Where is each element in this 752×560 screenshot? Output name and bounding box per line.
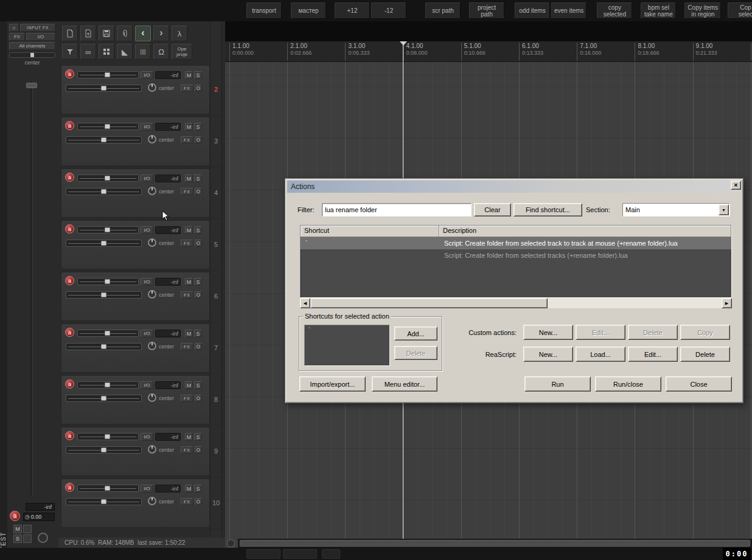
mute-button[interactable]: M bbox=[185, 433, 193, 441]
menu-editor-button[interactable]: Menu editor... bbox=[372, 376, 437, 392]
track-panel[interactable]: a I/O -inf M S center FX bbox=[61, 427, 210, 476]
mute-button[interactable]: M bbox=[185, 381, 193, 389]
pan-fader[interactable] bbox=[66, 240, 142, 247]
fader-handle[interactable] bbox=[105, 382, 110, 387]
toolbar-button[interactable]: copy selected bbox=[597, 2, 632, 19]
pan-knob[interactable] bbox=[148, 187, 156, 195]
fx-bypass-button[interactable] bbox=[195, 498, 202, 505]
action-row[interactable]: Script: Create folder from selected trac… bbox=[301, 249, 731, 261]
pan-knob[interactable] bbox=[148, 497, 156, 505]
volume-fader[interactable] bbox=[77, 123, 139, 130]
master-io-button[interactable]: I/O bbox=[26, 33, 55, 41]
clear-button[interactable]: Clear bbox=[474, 203, 511, 216]
shortcut-item[interactable]: ` bbox=[305, 325, 389, 334]
io-button[interactable]: I/O bbox=[141, 175, 153, 182]
record-arm-button[interactable]: a bbox=[65, 328, 74, 337]
io-button[interactable]: I/O bbox=[141, 123, 153, 131]
bottom-toolbar-button[interactable] bbox=[322, 549, 340, 559]
filter-button[interactable] bbox=[62, 44, 78, 60]
fx-bypass-button[interactable] bbox=[195, 343, 202, 350]
run-close-button[interactable]: Run/close bbox=[595, 376, 661, 392]
pan-fader[interactable] bbox=[66, 343, 142, 350]
mute-button[interactable]: M bbox=[185, 123, 193, 131]
master-mute-button[interactable]: M bbox=[13, 525, 22, 533]
open-project-action-button[interactable]: Ope proje bbox=[172, 44, 192, 60]
toolbar-button[interactable]: scr path bbox=[425, 2, 461, 19]
record-arm-button[interactable]: a bbox=[65, 276, 74, 285]
bottom-toolbar-button[interactable] bbox=[283, 549, 317, 559]
mute-button[interactable]: M bbox=[185, 485, 193, 493]
volume-fader[interactable] bbox=[77, 381, 139, 389]
solo-button[interactable]: S bbox=[194, 433, 202, 441]
fader-handle[interactable] bbox=[105, 72, 110, 77]
redo-button[interactable]: › bbox=[153, 26, 169, 41]
attach-button[interactable] bbox=[117, 26, 133, 41]
fx-button[interactable]: FX bbox=[181, 291, 193, 299]
solo-button[interactable]: S bbox=[194, 226, 202, 234]
track-number[interactable]: 5 bbox=[211, 219, 221, 271]
record-arm-button[interactable]: a bbox=[65, 224, 74, 233]
record-arm-button[interactable]: a bbox=[65, 69, 74, 78]
pan-fader[interactable] bbox=[66, 136, 142, 143]
reascript-button[interactable]: Delete bbox=[680, 347, 730, 362]
master-input-fx-button[interactable]: INPUT FX bbox=[20, 24, 55, 32]
shortcuts-list[interactable]: ` bbox=[304, 325, 390, 366]
close-icon[interactable]: × bbox=[731, 181, 741, 190]
scrollbar-thumb[interactable] bbox=[240, 540, 750, 547]
solo-button[interactable]: S bbox=[194, 485, 202, 493]
track-number[interactable]: 3 bbox=[211, 116, 221, 167]
fader-handle[interactable] bbox=[101, 86, 106, 91]
toolbar-button[interactable]: even items bbox=[551, 2, 587, 19]
dialog-titlebar[interactable]: Actions bbox=[287, 181, 741, 193]
fader-handle[interactable] bbox=[26, 83, 37, 88]
fader-handle[interactable] bbox=[101, 396, 106, 401]
solo-button[interactable]: S bbox=[194, 381, 202, 389]
track-number[interactable]: 7 bbox=[211, 322, 221, 374]
fader-handle[interactable] bbox=[105, 227, 110, 232]
snap-button[interactable]: |||| bbox=[135, 44, 151, 60]
import-export-button[interactable]: Import/export... bbox=[299, 376, 366, 392]
metronome-button[interactable]: λ bbox=[172, 26, 187, 41]
solo-button[interactable]: S bbox=[194, 278, 202, 286]
record-arm-button[interactable]: a bbox=[65, 173, 74, 182]
pan-fader[interactable] bbox=[66, 291, 142, 299]
filter-input[interactable] bbox=[322, 203, 472, 216]
mute-button[interactable]: M bbox=[185, 278, 193, 286]
mute-button[interactable]: M bbox=[185, 71, 193, 79]
io-button[interactable]: I/O bbox=[141, 278, 153, 286]
io-button[interactable]: I/O bbox=[141, 381, 153, 389]
scroll-right-icon[interactable]: ▶ bbox=[722, 298, 732, 308]
custom-action-button[interactable]: Copy bbox=[680, 325, 730, 340]
io-button[interactable]: I/O bbox=[141, 330, 153, 337]
master-fx-button[interactable]: FX bbox=[9, 33, 25, 41]
toolbar-button[interactable]: transport bbox=[246, 2, 282, 19]
solo-button[interactable]: S bbox=[194, 123, 202, 131]
fader-handle[interactable] bbox=[101, 137, 106, 142]
record-arm-button[interactable]: a bbox=[65, 379, 74, 389]
scroll-thumb[interactable] bbox=[310, 298, 548, 308]
io-button[interactable]: I/O bbox=[141, 71, 153, 79]
undo-button[interactable]: ‹ bbox=[135, 26, 151, 41]
timeline-ruler[interactable]: 1.1.00 0:00.000 2.1.00 0:02.666 3.1.00 0… bbox=[225, 41, 752, 62]
fx-button[interactable]: FX bbox=[181, 240, 193, 247]
pan-knob[interactable] bbox=[148, 393, 156, 402]
record-arm-button[interactable]: a bbox=[65, 121, 74, 130]
new-project-button[interactable] bbox=[62, 26, 78, 41]
pan-knob[interactable] bbox=[148, 290, 156, 299]
reascript-button[interactable]: New... bbox=[523, 347, 573, 362]
record-arm-button[interactable]: a bbox=[65, 431, 74, 440]
toolbar-button[interactable]: -12 bbox=[371, 2, 406, 19]
fader-handle[interactable] bbox=[101, 292, 106, 297]
reascript-button[interactable]: Load... bbox=[576, 347, 625, 362]
fx-button[interactable]: FX bbox=[181, 395, 193, 402]
pan-handle[interactable] bbox=[30, 53, 34, 57]
solo-button[interactable]: S bbox=[194, 71, 202, 79]
fader-handle[interactable] bbox=[105, 331, 110, 336]
record-arm-button[interactable]: a bbox=[65, 483, 74, 492]
scroll-left-icon[interactable]: ◀ bbox=[300, 298, 310, 308]
fx-bypass-button[interactable] bbox=[195, 291, 202, 299]
zoom-button[interactable] bbox=[227, 539, 235, 547]
fx-button[interactable]: FX bbox=[181, 136, 193, 143]
volume-fader[interactable] bbox=[77, 330, 139, 337]
pan-knob[interactable] bbox=[148, 445, 156, 454]
